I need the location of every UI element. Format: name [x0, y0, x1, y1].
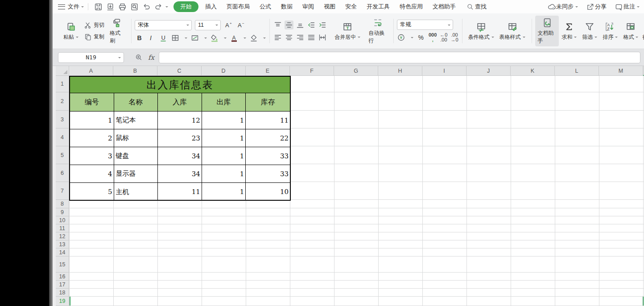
cell[interactable]: 1	[70, 112, 114, 129]
fx-icon[interactable]: fx	[148, 54, 154, 62]
row-header-17[interactable]: 17	[56, 281, 69, 289]
font-name-select[interactable]: 宋体	[135, 20, 192, 30]
merge-center-button[interactable]: T 合并居中	[334, 20, 361, 43]
row-header-10[interactable]: 10	[56, 216, 69, 224]
ribbon-tab-开始[interactable]: 开始	[173, 1, 198, 12]
ribbon-tab-视图[interactable]: 视图	[319, 1, 340, 12]
sync-status[interactable]: 未同步	[547, 3, 578, 11]
cell[interactable]: 主机	[114, 183, 158, 201]
row-header-18[interactable]: 18	[56, 289, 69, 297]
bold-icon[interactable]: B	[135, 33, 144, 42]
underline-icon[interactable]: U	[159, 33, 168, 42]
row-header-14[interactable]: 14	[56, 248, 69, 256]
sort-button[interactable]: AZ 排序	[600, 20, 620, 43]
formula-input[interactable]	[159, 52, 640, 63]
more-caret-icon[interactable]	[165, 6, 168, 9]
justify-icon[interactable]	[307, 33, 316, 42]
caret-down-icon[interactable]	[411, 37, 413, 40]
clear-format-icon[interactable]	[249, 33, 258, 42]
cell[interactable]: 11	[246, 112, 290, 129]
font-decrease-icon[interactable]: A−	[236, 21, 245, 29]
paste-button[interactable]: 粘贴	[61, 20, 81, 43]
cell[interactable]: 1	[202, 147, 246, 165]
cell[interactable]: 2	[70, 129, 114, 147]
cell[interactable]: 4	[70, 165, 114, 182]
column-header-A[interactable]: A	[69, 66, 113, 76]
cell[interactable]: 1	[202, 165, 246, 182]
decrease-decimal-icon[interactable]: .00→0	[450, 33, 458, 42]
cell[interactable]: 5	[70, 183, 114, 201]
cell[interactable]: 1	[202, 129, 246, 147]
ribbon-tab-文档助手[interactable]: 文档助手	[428, 1, 461, 12]
save-icon[interactable]	[94, 2, 103, 12]
column-header-M[interactable]: M	[599, 66, 643, 76]
ribbon-tab-数据[interactable]: 数据	[276, 1, 297, 12]
zoom-formula-icon[interactable]	[135, 54, 143, 62]
doc-assistant-button[interactable]: 文档助手	[535, 16, 559, 46]
file-menu[interactable]: 文件	[58, 3, 84, 11]
cell[interactable]: 键盘	[114, 147, 158, 165]
caret-down-icon[interactable]	[185, 37, 187, 40]
comment-button[interactable]: 批注	[614, 3, 640, 11]
number-format-select[interactable]: 常规	[397, 20, 453, 30]
cell[interactable]: 鼠标	[114, 129, 158, 147]
ribbon-tab-开发工具[interactable]: 开发工具	[362, 1, 395, 12]
currency-icon[interactable]: ¥	[397, 33, 406, 42]
cell[interactable]: 12	[158, 112, 202, 129]
row-header-3[interactable]: 3	[56, 111, 69, 128]
column-header-K[interactable]: K	[511, 66, 555, 76]
align-top-icon[interactable]	[273, 21, 282, 29]
align-bottom-icon[interactable]	[296, 21, 305, 29]
column-header-B[interactable]: B	[113, 66, 157, 76]
cell[interactable]: 笔记本	[114, 112, 158, 129]
column-header-L[interactable]: L	[555, 66, 599, 76]
column-header-D[interactable]: D	[202, 66, 246, 76]
row-header-15[interactable]: 15	[56, 256, 69, 273]
row-header-12[interactable]: 12	[56, 232, 69, 240]
find-button[interactable]: 查找	[465, 3, 487, 11]
font-color-icon[interactable]: A	[230, 33, 239, 42]
row-header-4[interactable]: 4	[56, 128, 69, 146]
cut-button[interactable]: 剪切	[84, 21, 104, 29]
table-header-cell[interactable]: 编号	[70, 93, 114, 111]
row-header-8[interactable]: 8	[56, 200, 69, 208]
row-header-11[interactable]: 11	[56, 224, 69, 232]
distribute-icon[interactable]	[318, 33, 327, 42]
percent-icon[interactable]: %	[417, 33, 425, 42]
column-header-G[interactable]: G	[334, 66, 378, 76]
copy-button[interactable]: 复制	[84, 33, 104, 41]
cell[interactable]: 23	[158, 129, 202, 147]
share-button[interactable]: 分享	[586, 3, 607, 11]
italic-icon[interactable]: I	[147, 33, 156, 42]
export-icon[interactable]	[106, 2, 115, 12]
table-title-cell[interactable]: 出入库信息表	[70, 77, 290, 93]
borders-icon[interactable]	[171, 33, 180, 42]
rows-cols-button[interactable]: 行和列	[641, 20, 644, 43]
column-header-J[interactable]: J	[466, 66, 511, 76]
undo-icon[interactable]	[142, 2, 151, 12]
print-preview-icon[interactable]	[130, 2, 139, 12]
align-center-icon[interactable]	[285, 33, 293, 42]
caret-down-icon[interactable]	[244, 37, 246, 40]
row-header-5[interactable]: 5	[56, 146, 69, 164]
ribbon-tab-公式[interactable]: 公式	[255, 1, 276, 12]
increase-decimal-icon[interactable]: ←0.00	[440, 33, 447, 42]
row-header-9[interactable]: 9	[56, 208, 69, 216]
thousands-separator-icon[interactable]: 000,	[429, 33, 437, 42]
conditional-format-button[interactable]: 条件格式	[466, 20, 497, 43]
table-header-cell[interactable]: 出库	[202, 93, 246, 111]
cell[interactable]: 22	[246, 129, 290, 147]
cell[interactable]: 10	[246, 183, 290, 201]
table-header-cell[interactable]: 名称	[114, 93, 158, 111]
row-header-19[interactable]: 19	[56, 297, 69, 306]
font-size-select[interactable]: 11	[195, 20, 221, 30]
print-icon[interactable]	[118, 2, 127, 12]
cell[interactable]: 3	[70, 147, 114, 165]
indent-increase-icon[interactable]	[318, 21, 327, 29]
fill-color-icon[interactable]	[210, 33, 219, 42]
column-header-H[interactable]: H	[378, 66, 422, 76]
cell[interactable]: 1	[202, 112, 246, 129]
row-header-16[interactable]: 16	[56, 273, 69, 281]
column-header-F[interactable]: F	[290, 66, 334, 76]
cell[interactable]: 33	[246, 147, 290, 165]
